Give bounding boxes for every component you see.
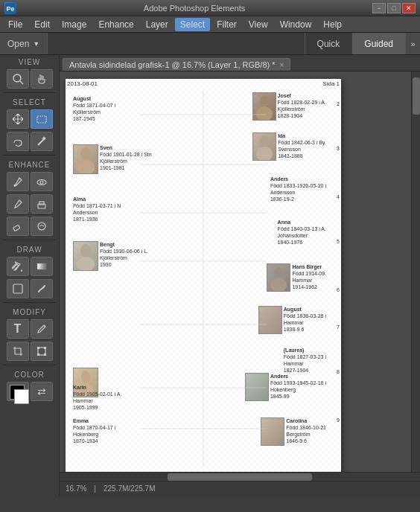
- svg-rect-13: [37, 263, 46, 269]
- text-tool[interactable]: T: [7, 319, 29, 339]
- row-num-4: 4: [337, 194, 340, 199]
- person-josef: Josef Född 1828-02-29 i A. Kjöllerström …: [252, 92, 326, 121]
- menu-window[interactable]: Window: [275, 18, 317, 31]
- app-logo: Pe: [4, 2, 16, 14]
- eraser-tool[interactable]: [7, 217, 29, 236]
- draw-tools-row1: [0, 255, 59, 278]
- draw-section-label: DRAW: [0, 243, 59, 255]
- menu-bar: File Edit Image Enhance Layer Select Fil…: [0, 16, 420, 33]
- select-section-label: SELECT: [0, 95, 59, 108]
- gradient-tool[interactable]: [31, 257, 53, 276]
- zoom-tool[interactable]: [7, 69, 29, 89]
- minimize-button[interactable]: −: [372, 3, 386, 13]
- person-karin-info: Karin Född 1905-02-01 i A. Hammar 1905-1…: [73, 384, 121, 411]
- stamp-tool[interactable]: [31, 194, 53, 214]
- svg-point-2: [13, 74, 21, 82]
- magic-wand-tool[interactable]: [31, 132, 53, 151]
- hand-tool[interactable]: [31, 69, 53, 89]
- person-emma: Emma Född 1870-04-17 i Hokenberg 1870-19…: [73, 417, 115, 444]
- quick-mode-button[interactable]: Quick: [305, 33, 352, 54]
- enhance-tools-row3: [0, 215, 59, 237]
- enhance-tools-row2: [0, 193, 59, 215]
- person-alma: Alma Född 1871-03-71 i N Andersson 1871-…: [73, 196, 121, 223]
- person-bengt: Bengt Född 1930-06-06 i L. Kjöllerström …: [73, 241, 148, 271]
- menu-enhance[interactable]: Enhance: [93, 18, 139, 31]
- svg-rect-4: [37, 116, 46, 123]
- title-bar: Pe Adobe Photoshop Elements − □ ✕: [0, 0, 420, 16]
- open-dropdown-arrow[interactable]: ▼: [33, 40, 39, 48]
- svg-rect-19: [44, 353, 46, 356]
- toolbox-panel: VIEW SELECT: [0, 55, 60, 496]
- marquee-tool[interactable]: [31, 109, 53, 129]
- document-tab-bar: Antavla sidindelad grafisk-1 @ 16.7% (La…: [60, 55, 420, 71]
- svg-point-21: [77, 160, 95, 173]
- enhance-tools-row1: [0, 170, 59, 193]
- shape-tool[interactable]: [7, 279, 29, 298]
- person-anders-1: Anders Född 1833-1926-05-20 i Andersson …: [270, 176, 326, 202]
- vertical-scrollbar[interactable]: [411, 71, 420, 472]
- menu-edit[interactable]: Edit: [29, 18, 55, 31]
- menu-image[interactable]: Image: [57, 18, 92, 31]
- eyedropper-tool[interactable]: [7, 172, 29, 191]
- mode-extra-tab[interactable]: »: [405, 33, 420, 54]
- canvas-viewport[interactable]: 2013-08-01 Sida 1 2 3 4 5 6 7 8 9: [60, 71, 411, 472]
- brush-tool[interactable]: [7, 194, 29, 214]
- menu-view[interactable]: View: [244, 18, 273, 31]
- close-button[interactable]: ✕: [402, 3, 416, 13]
- zoom-level: 16.7%: [66, 484, 86, 493]
- status-bar: 16.7% | 225.7M/225.7M: [60, 481, 420, 496]
- enhance-section-label: ENHANCE: [0, 158, 59, 170]
- window-controls: − □ ✕: [372, 3, 416, 13]
- person-ida: Ida Född 1842-06-3 i By. Svensson 1842-1…: [252, 132, 326, 161]
- svg-point-30: [274, 267, 283, 279]
- menu-filter[interactable]: Filter: [211, 18, 242, 31]
- maximize-button[interactable]: □: [387, 3, 401, 13]
- move-tool[interactable]: [7, 109, 29, 129]
- lasso-tool[interactable]: [7, 132, 29, 151]
- foreground-color[interactable]: [7, 382, 29, 401]
- row-num-9: 9: [337, 417, 340, 423]
- horizontal-scrollbar[interactable]: [60, 472, 420, 481]
- h-scroll-thumb[interactable]: [168, 473, 312, 481]
- open-button[interactable]: Open ▼: [0, 33, 48, 54]
- svg-point-31: [270, 278, 287, 291]
- canvas-with-scroll: 2013-08-01 Sida 1 2 3 4 5 6 7 8 9: [60, 71, 420, 472]
- svg-point-6: [13, 185, 16, 187]
- svg-point-26: [260, 96, 269, 108]
- crop-tool[interactable]: [7, 342, 29, 361]
- row-num-3: 3: [337, 146, 340, 151]
- paint-bucket-tool[interactable]: [7, 257, 29, 276]
- svg-rect-18: [37, 353, 39, 356]
- row-num-8: 8: [337, 369, 340, 374]
- blur-tool[interactable]: [31, 217, 53, 236]
- document-tab-close[interactable]: ×: [280, 61, 284, 69]
- color-section-label: COLOR: [0, 368, 59, 380]
- draw-tools-row2: [0, 278, 59, 300]
- enhance-draw-divider: [3, 240, 56, 240]
- svg-line-3: [20, 81, 23, 84]
- pen-tool[interactable]: [31, 319, 53, 339]
- svg-point-20: [80, 147, 91, 161]
- menu-layer[interactable]: Layer: [141, 18, 174, 31]
- menu-select[interactable]: Select: [175, 18, 210, 31]
- red-eye-tool[interactable]: [31, 172, 53, 191]
- window-title: Adobe Photoshop Elements: [16, 4, 372, 13]
- smudge-tool[interactable]: [31, 279, 53, 298]
- modify-tools-row2: [0, 340, 59, 362]
- menu-file[interactable]: File: [3, 18, 28, 31]
- row-num-2: 2: [337, 101, 340, 106]
- svg-rect-17: [44, 347, 46, 349]
- svg-point-22: [80, 244, 91, 257]
- guided-mode-button[interactable]: Guided: [351, 33, 405, 54]
- svg-point-24: [81, 371, 90, 383]
- draw-modify-divider: [3, 302, 56, 303]
- person-anna: Anna Född 1840-03-13 i A. Johansdotter 1…: [278, 219, 326, 246]
- menu-help[interactable]: Help: [318, 18, 347, 31]
- person-sven: Sven Född 1901-01-28 i Stn Kjöllerström …: [73, 144, 152, 174]
- svg-rect-14: [13, 284, 22, 293]
- transform-tool[interactable]: [31, 342, 53, 361]
- document-tab[interactable]: Antavla sidindelad grafisk-1 @ 16.7% (La…: [63, 58, 290, 71]
- scroll-thumb[interactable]: [413, 77, 420, 115]
- person-anders-h-photo: [245, 373, 269, 401]
- swap-colors[interactable]: ⇄: [31, 382, 53, 401]
